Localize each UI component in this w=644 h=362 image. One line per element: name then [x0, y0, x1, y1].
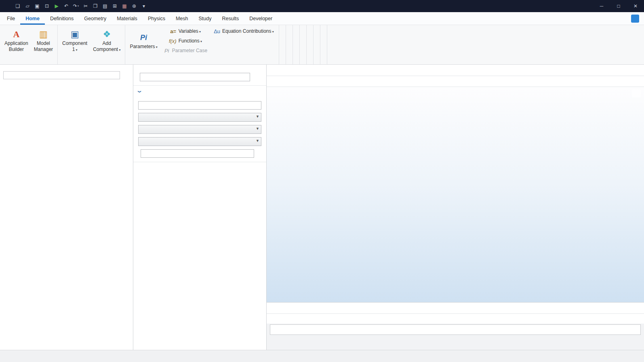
minimize-button[interactable]: ─ — [593, 0, 610, 12]
chevron-down-icon — [138, 89, 141, 93]
coil-name-input[interactable] — [138, 101, 261, 110]
ribbon-icon: Pi — [164, 48, 170, 53]
open-icon[interactable]: ▱ — [23, 1, 32, 11]
ribbon-group-definitions: PiParametersa=Variablesf(x)FunctionsPiPa… — [125, 25, 279, 64]
paste-icon[interactable]: ▤ — [100, 1, 110, 11]
ribbon-icon: f(x) — [169, 38, 177, 44]
add-component-button[interactable]: ❖Add Component — [91, 26, 122, 55]
ribbon-group-layout — [320, 25, 327, 64]
show-name-icon[interactable] — [253, 73, 262, 81]
coil-label-input[interactable] — [140, 73, 250, 81]
menu-item[interactable]: Results — [217, 12, 244, 25]
menu-item[interactable]: File — [2, 12, 20, 25]
parameters-button[interactable]: PiParameters — [128, 26, 159, 55]
delete-icon[interactable]: ▦ — [120, 1, 129, 11]
ribbon-group-label — [288, 62, 290, 64]
ribbon-group-workspace: AApplication Builder▥Model Manager — [0, 25, 58, 64]
functions-button[interactable]: f(x)Functions — [161, 36, 210, 46]
comsol-window: ❑▱▣⊡▶↶↷✂❐▤⊞▦⊛▾ ─□✕ FileHomeDefinitionsGe… — [0, 0, 644, 362]
messages-area — [267, 324, 644, 350]
label-row — [133, 72, 266, 85]
ribbon-icon: ▣ — [71, 29, 79, 40]
ribbon-group-label — [323, 62, 324, 64]
tree-filter-input[interactable] — [3, 71, 120, 79]
menu-item[interactable]: Study — [194, 12, 217, 25]
chevron-down-icon: ▼ — [256, 114, 259, 119]
coil-current-row — [138, 149, 261, 158]
settings-section-coil[interactable] — [133, 85, 266, 97]
ribbon-group-label — [60, 62, 122, 64]
duplicate-icon[interactable]: ⊞ — [110, 1, 120, 11]
save-icon[interactable]: ▣ — [32, 1, 42, 11]
run-icon[interactable]: ▶ — [52, 1, 61, 11]
ribbon-group-label — [128, 62, 276, 64]
coil-form: ▼ ▼ ▼ — [133, 97, 266, 162]
build-update-icon[interactable]: ⊛ — [129, 1, 139, 11]
ribbon-icon: Pi — [140, 32, 147, 43]
ribbon: AApplication Builder▥Model Manager ▣Comp… — [0, 25, 644, 65]
coil-excitation-select[interactable]: ▼ — [138, 137, 261, 146]
equation-contributions-button[interactable]: ΔuEquation Contributions — [211, 26, 276, 36]
menu-item[interactable]: Developer — [244, 12, 278, 25]
ribbon-icon: ❖ — [103, 29, 111, 40]
menu-item[interactable]: Home — [20, 12, 45, 25]
motor-3d-plot — [267, 87, 644, 302]
parameter-case-button[interactable]: PiParameter Case — [161, 46, 210, 55]
model-builder-panel — [0, 65, 133, 350]
ribbon-spacer — [327, 25, 644, 64]
application-builder-button[interactable]: AApplication Builder — [2, 26, 30, 55]
coil-type-select[interactable]: ▼ — [138, 125, 261, 134]
new-file-icon[interactable]: ❑ — [13, 1, 23, 11]
conductor-model-select[interactable]: ▼ — [138, 113, 261, 122]
settings-subtitle — [133, 68, 266, 72]
ribbon-group-label — [316, 62, 318, 64]
menu-item[interactable]: Geometry — [79, 12, 112, 25]
menu-spacer — [278, 12, 631, 25]
refresh-filter-icon[interactable] — [122, 71, 130, 79]
settings-panel: ▼ ▼ ▼ — [133, 65, 267, 350]
customize-toolbar-icon[interactable]: ▾ — [139, 1, 149, 11]
messages-tab-bar — [267, 303, 644, 314]
ribbon-group-physics — [293, 25, 300, 64]
graphics-panel — [267, 65, 644, 350]
menu-bar: FileHomeDefinitionsGeometryMaterialsPhys… — [0, 12, 644, 25]
ribbon-group-model: ▣Component 1❖Add Component — [58, 25, 125, 64]
window-controls: ─□✕ — [593, 0, 644, 12]
graphics-canvas[interactable] — [267, 87, 644, 302]
ribbon-group-mesh — [300, 25, 307, 64]
quick-access-toolbar: ❑▱▣⊡▶↶↷✂❐▤⊞▦⊛▾ — [13, 1, 149, 11]
copy-icon[interactable]: ❐ — [90, 1, 100, 11]
variables-button[interactable]: a=Variables — [161, 26, 210, 36]
maximize-button[interactable]: □ — [610, 0, 627, 12]
ribbon-icon: ▥ — [39, 29, 48, 40]
ribbon-icon: A — [13, 29, 19, 40]
chevron-down-icon: ▼ — [256, 127, 259, 131]
menu-item[interactable]: Physics — [143, 12, 170, 25]
menu-item[interactable]: Definitions — [45, 12, 79, 25]
chevron-down-icon: ▼ — [256, 139, 259, 143]
comsol-logo-icon — [2, 2, 13, 11]
menu-item[interactable]: Materials — [112, 12, 143, 25]
redo-icon[interactable]: ↷ — [71, 1, 81, 11]
ribbon-group-label — [295, 62, 297, 64]
ribbon-icon: Δu — [214, 29, 220, 34]
content-area: ▼ ▼ ▼ — [0, 65, 644, 350]
coil-current-input[interactable] — [141, 149, 254, 158]
ribbon-group-results — [314, 25, 320, 64]
help-button[interactable] — [631, 15, 639, 23]
plot-settings-icon[interactable] — [632, 89, 641, 97]
graphics-toolbar — [267, 76, 644, 87]
menu-item[interactable]: Mesh — [170, 12, 194, 25]
ribbon-icon: a= — [170, 29, 177, 34]
compact-history-icon[interactable]: ⊡ — [42, 1, 52, 11]
undo-icon[interactable]: ↶ — [61, 1, 71, 11]
ribbon-group-label — [2, 62, 55, 64]
model-tree — [0, 81, 133, 350]
titlebar: ❑▱▣⊡▶↶↷✂❐▤⊞▦⊛▾ ─□✕ — [0, 0, 644, 12]
close-button[interactable]: ✕ — [627, 0, 644, 12]
cut-icon[interactable]: ✂ — [81, 1, 90, 11]
ribbon-group-label — [309, 62, 311, 64]
component-button[interactable]: ▣Component 1 — [60, 26, 89, 55]
model-manager-button[interactable]: ▥Model Manager — [32, 26, 55, 55]
ribbon-group-label — [282, 62, 283, 64]
